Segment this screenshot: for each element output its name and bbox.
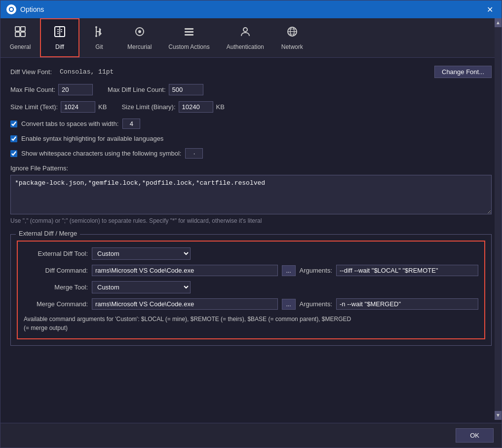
custom-actions-icon (183, 26, 195, 41)
diff-args-label: Arguments: (300, 267, 332, 274)
merge-tool-select[interactable]: Custom Beyond Compare KDiff3 WinMerge (92, 281, 191, 293)
svg-rect-18 (185, 31, 193, 33)
ignore-patterns-textarea[interactable]: *package-lock.json,*gemfile.lock,*podfil… (10, 175, 492, 214)
font-label: Diff View Font: (10, 68, 52, 76)
ext-diff-tool-label: External Diff Tool: (24, 250, 88, 257)
app-icon (6, 4, 16, 14)
size-limit-text-unit: KB (98, 103, 107, 111)
tab-custom-actions-label: Custom Actions (168, 43, 209, 50)
tab-network[interactable]: Network (272, 18, 312, 57)
size-limit-binary-field: Size Limit (Binary): KB (121, 101, 224, 113)
ignore-patterns-section: Ignore File Patterns: *package-lock.json… (10, 164, 492, 224)
merge-command-row: Merge Command: ... Arguments: (24, 298, 478, 310)
ignore-patterns-hint: Use "," (comma) or ";" (semicolon) to se… (10, 217, 492, 224)
merge-command-label: Merge Command: (24, 300, 88, 308)
size-limit-binary-unit: KB (216, 103, 225, 111)
whitespace-symbol-input[interactable] (185, 148, 203, 159)
merge-args-input[interactable] (336, 298, 478, 310)
window-title: Options (20, 5, 44, 13)
syntax-highlight-checkbox[interactable] (10, 135, 17, 142)
diff-command-input[interactable] (92, 265, 278, 276)
git-icon (93, 26, 105, 41)
size-limit-text-label: Size Limit (Text): (10, 103, 58, 111)
footer: OK (0, 423, 502, 448)
max-diff-line-input[interactable] (169, 84, 203, 95)
merge-tool-label: Merge Tool: (24, 284, 88, 291)
ok-button[interactable]: OK (456, 428, 494, 443)
ext-diff-tool-select[interactable]: Custom Beyond Compare KDiff3 WinMerge (92, 247, 191, 260)
ext-diff-tool-row: External Diff Tool: Custom Beyond Compar… (24, 247, 478, 260)
network-icon (286, 26, 298, 41)
merge-command-input[interactable] (92, 298, 278, 310)
svg-rect-2 (15, 27, 20, 31)
svg-rect-4 (21, 27, 25, 31)
tab-mercurial[interactable]: Mercurial (119, 18, 160, 57)
diff-command-row: Diff Command: ... Arguments: (24, 265, 478, 276)
tab-bar: General Diff (0, 18, 502, 58)
diff-browse-button[interactable]: ... (282, 265, 296, 276)
tab-network-label: Network (281, 43, 303, 50)
title-bar: Options ✕ (0, 0, 502, 18)
tab-diff-label: Diff (55, 43, 64, 50)
whitespace-row: Show whitespace characters using the fol… (10, 148, 492, 159)
merge-browse-button[interactable]: ... (282, 299, 296, 310)
size-limit-binary-input[interactable] (179, 101, 213, 113)
max-file-count-label: Max File Count: (10, 86, 55, 93)
whitespace-label: Show whitespace characters using the fol… (21, 150, 181, 157)
size-limit-text-input[interactable] (61, 101, 95, 113)
general-icon (14, 26, 26, 41)
mercurial-icon (134, 26, 146, 41)
tab-general-label: General (10, 43, 31, 50)
max-file-count-input[interactable] (58, 84, 93, 95)
size-limit-text-field: Size Limit (Text): KB (10, 101, 107, 113)
tab-authentication-label: Authentication (227, 43, 264, 50)
tab-git[interactable]: Git (79, 18, 119, 57)
title-bar-left: Options (6, 4, 44, 14)
svg-rect-3 (15, 32, 20, 37)
max-file-count-field: Max File Count: (10, 84, 93, 95)
tab-custom-actions[interactable]: Custom Actions (160, 18, 218, 57)
size-limit-binary-label: Size Limit (Binary): (121, 103, 175, 111)
tab-diff[interactable]: Diff (40, 18, 79, 57)
change-font-button[interactable]: Change Font... (434, 66, 492, 78)
syntax-highlight-label: Enable syntax highlighting for available… (21, 135, 163, 142)
diff-args-input[interactable] (336, 265, 478, 276)
svg-rect-17 (185, 28, 193, 30)
merge-args-label: Arguments: (300, 300, 332, 308)
diff-icon (54, 26, 66, 41)
options-window: Options ✕ General (0, 0, 502, 448)
svg-rect-19 (185, 34, 193, 36)
svg-rect-5 (21, 32, 25, 37)
whitespace-checkbox[interactable] (10, 150, 17, 157)
avail-args-text: Available command arguments for 'Custom'… (24, 315, 478, 332)
convert-tabs-row: Convert tabs to spaces with width: (10, 119, 492, 129)
counts-row: Max File Count: Max Diff Line Count: (10, 84, 492, 95)
font-value: Consolas, 11pt (60, 68, 114, 76)
authentication-icon (239, 26, 251, 41)
svg-point-16 (138, 30, 141, 33)
section-legend: External Diff / Merge (16, 230, 80, 237)
external-diff-section: External Diff / Merge External Diff Tool… (10, 234, 492, 346)
tabs-width-input[interactable] (122, 119, 140, 129)
diff-args-row: Arguments: (300, 265, 479, 276)
font-row: Diff View Font: Consolas, 11pt Change Fo… (10, 66, 492, 78)
tab-general[interactable]: General (0, 18, 40, 57)
tab-authentication[interactable]: Authentication (218, 18, 272, 57)
svg-point-20 (243, 28, 247, 32)
convert-tabs-label: Convert tabs to spaces with width: (21, 120, 118, 127)
close-button[interactable]: ✕ (484, 3, 496, 15)
svg-point-14 (95, 35, 97, 37)
merge-tool-row: Merge Tool: Custom Beyond Compare KDiff3… (24, 281, 478, 293)
main-content: Diff View Font: Consolas, 11pt Change Fo… (0, 58, 502, 423)
syntax-highlight-row: Enable syntax highlighting for available… (10, 135, 492, 142)
convert-tabs-checkbox[interactable] (10, 121, 17, 127)
svg-point-13 (95, 26, 97, 28)
svg-point-1 (10, 8, 13, 11)
tab-mercurial-label: Mercurial (127, 43, 152, 50)
max-diff-line-count-field: Max Diff Line Count: (108, 84, 203, 95)
ignore-patterns-label: Ignore File Patterns: (10, 164, 492, 172)
size-limits-row: Size Limit (Text): KB Size Limit (Binary… (10, 101, 492, 113)
diff-command-label: Diff Command: (24, 267, 88, 274)
ext-diff-inner: External Diff Tool: Custom Beyond Compar… (17, 241, 485, 339)
max-diff-line-label: Max Diff Line Count: (108, 86, 166, 93)
